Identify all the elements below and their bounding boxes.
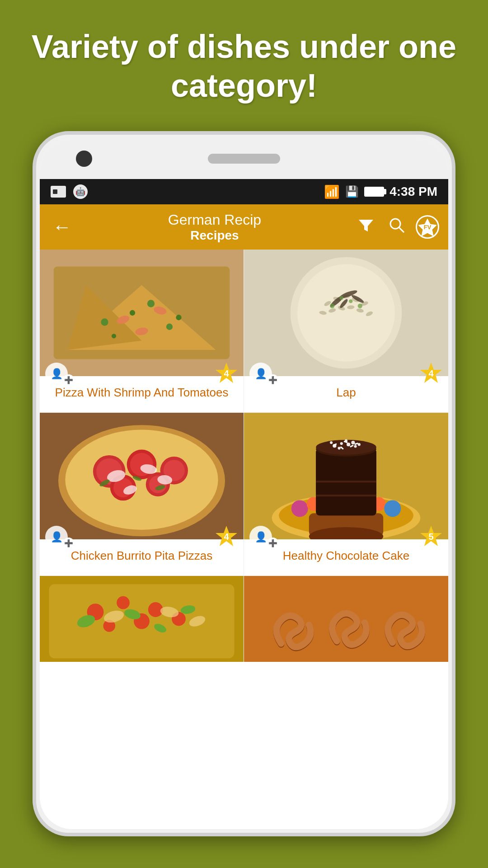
wifi-icon: 📶: [324, 184, 340, 199]
filter-button[interactable]: [354, 213, 378, 241]
recipe-user-icons-4: 👤 ➕: [249, 526, 278, 548]
phone-frame: 🤖 📶 💾 4:38 PM ← German Recip Recipes: [33, 131, 455, 836]
svg-rect-80: [316, 495, 376, 496]
recipe-user-icons-3: 👤 ➕: [45, 526, 74, 548]
svg-text:FV: FV: [424, 224, 432, 231]
app-bar: ← German Recip Recipes: [40, 204, 448, 250]
svg-point-41: [358, 303, 362, 308]
svg-point-87: [338, 447, 341, 449]
recipe-rating-2: 4: [419, 362, 443, 385]
svg-point-85: [347, 443, 350, 446]
svg-point-39: [330, 303, 334, 308]
recipe-user-icons-2: 👤 ➕: [249, 363, 278, 385]
partial-card-1[interactable]: [40, 576, 244, 662]
status-time: 4:38 PM: [389, 184, 437, 199]
svg-point-86: [354, 445, 357, 448]
svg-point-84: [340, 442, 343, 445]
hero-text: Variety of dishes under one category!: [0, 27, 488, 105]
app-bar-actions: FV: [354, 213, 439, 241]
svg-point-11: [101, 318, 108, 326]
svg-point-101: [117, 596, 130, 609]
svg-point-42: [340, 296, 343, 300]
recipe-image-4: [244, 413, 448, 539]
svg-point-13: [166, 324, 173, 330]
rating-number-4: 5: [428, 532, 433, 542]
recipe-image-1: [40, 250, 244, 376]
rating-number-1: 4: [224, 368, 229, 379]
svg-line-4: [399, 227, 404, 232]
recipe-card-3[interactable]: 👤 ➕ 4 Chicken Burrito Pita Pizzas: [40, 413, 244, 576]
phone-speaker: [208, 154, 280, 164]
status-icons-left: 🤖: [51, 184, 88, 199]
svg-point-16: [176, 315, 181, 320]
recipe-image-3: [40, 413, 244, 539]
phone-inner: 🤖 📶 💾 4:38 PM ← German Recip Recipes: [40, 138, 448, 829]
android-icon: 🤖: [73, 184, 88, 199]
partial-recipe-row: [40, 576, 448, 662]
app-subtitle: Recipes: [190, 228, 239, 243]
status-bar: 🤖 📶 💾 4:38 PM: [40, 179, 448, 204]
svg-point-70: [291, 500, 308, 517]
partial-card-2[interactable]: [244, 576, 448, 662]
rating-number-2: 4: [428, 368, 433, 379]
svg-point-46: [65, 430, 218, 530]
svg-point-40: [349, 299, 352, 303]
svg-point-23: [297, 264, 395, 362]
svg-point-74: [384, 500, 401, 517]
phone-camera: [76, 151, 92, 167]
svg-point-88: [351, 441, 355, 444]
recipe-user-icons-1: 👤 ➕: [45, 363, 74, 385]
svg-rect-1: [53, 189, 57, 194]
app-bar-titles: German Recip Recipes: [82, 212, 347, 243]
notification-icon: [51, 186, 66, 198]
search-button[interactable]: [385, 213, 408, 241]
svg-point-12: [130, 310, 135, 316]
recipe-card-1[interactable]: 👤 ➕ 4 Pizza With Shrimp And Tomatoes: [40, 250, 244, 413]
back-button[interactable]: ←: [49, 212, 75, 241]
recipe-card-4[interactable]: 👤 ➕ 5 Healthy Chocolate Cake: [244, 413, 448, 576]
sd-icon: 💾: [345, 185, 359, 198]
battery-icon: [364, 187, 384, 197]
recipe-rating-3: 4: [215, 525, 238, 548]
svg-rect-113: [244, 576, 448, 662]
app-title: German Recip: [168, 212, 261, 228]
svg-point-91: [330, 441, 333, 444]
rating-number-3: 4: [224, 532, 229, 542]
svg-marker-2: [359, 220, 373, 231]
recipe-rating-1: 4: [215, 362, 238, 385]
screen: 🤖 📶 💾 4:38 PM ← German Recip Recipes: [40, 179, 448, 829]
recipe-rating-4: 5: [419, 525, 443, 548]
svg-point-15: [147, 300, 155, 307]
recipe-grid: 👤 ➕ 4 Pizza With Shrimp And Tomatoes: [40, 250, 448, 576]
svg-rect-79: [316, 481, 376, 482]
status-icons-right: 📶 💾 4:38 PM: [324, 184, 437, 199]
recipe-card-2[interactable]: 👤 ➕ 4 Lap: [244, 250, 448, 413]
phone-top-bar: [40, 138, 448, 179]
svg-point-14: [112, 334, 116, 338]
recipe-image-2: [244, 250, 448, 376]
fv-badge[interactable]: FV: [416, 215, 439, 239]
svg-point-3: [390, 219, 400, 229]
